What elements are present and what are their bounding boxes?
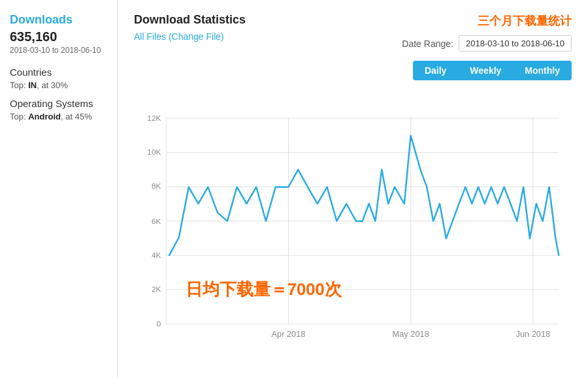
downloads-date: 2018-03-10 to 2018-06-10: [10, 46, 107, 55]
all-files-link[interactable]: All Files (Change File): [134, 31, 224, 42]
svg-text:10K: 10K: [147, 148, 161, 157]
stat-title: Download Statistics: [134, 13, 246, 27]
os-label: Operating Systems: [10, 98, 107, 109]
chinese-title: 三个月下载量统计: [478, 13, 572, 29]
header-right: 三个月下载量统计 Date Range: 2018-03-10 to 2018-…: [402, 13, 572, 80]
period-buttons: Daily Weekly Monthly: [413, 61, 572, 80]
downloads-title[interactable]: Downloads: [10, 13, 107, 27]
os-detail: Top: Android, at 45%: [10, 112, 107, 121]
svg-text:Jun 2018: Jun 2018: [516, 329, 551, 339]
main-header: Download Statistics All Files (Change Fi…: [134, 13, 572, 80]
svg-text:12K: 12K: [147, 114, 161, 123]
date-range-value: 2018-03-10 to 2018-06-10: [459, 35, 572, 52]
header-left: Download Statistics All Files (Change Fi…: [134, 13, 246, 42]
date-range-row: Date Range: 2018-03-10 to 2018-06-10: [402, 35, 572, 52]
downloads-count: 635,160: [10, 29, 107, 44]
chart-svg: 0 2K 4K 6K 8K 10K 12K Apr 2018 May 2018 …: [134, 90, 572, 365]
svg-text:Apr 2018: Apr 2018: [272, 329, 306, 339]
main-content: Download Statistics All Files (Change Fi…: [118, 0, 588, 378]
weekly-button[interactable]: Weekly: [458, 61, 513, 80]
countries-country: IN: [28, 80, 37, 90]
monthly-button[interactable]: Monthly: [513, 61, 572, 80]
svg-text:8K: 8K: [152, 181, 161, 191]
svg-text:May 2018: May 2018: [393, 329, 429, 339]
countries-label: Countries: [10, 67, 107, 78]
date-range-label: Date Range:: [402, 39, 453, 49]
os-name: Android: [28, 112, 61, 121]
sidebar: Downloads 635,160 2018-03-10 to 2018-06-…: [0, 0, 118, 378]
countries-detail: Top: IN, at 30%: [10, 80, 107, 90]
chart-annotation: 日均下载量＝7000次: [186, 280, 342, 298]
svg-text:2K: 2K: [152, 285, 161, 294]
daily-button[interactable]: Daily: [413, 61, 458, 80]
svg-text:0: 0: [157, 319, 161, 328]
svg-text:6K: 6K: [152, 217, 161, 226]
chart-area: 0 2K 4K 6K 8K 10K 12K Apr 2018 May 2018 …: [134, 90, 572, 365]
svg-text:4K: 4K: [152, 251, 161, 260]
